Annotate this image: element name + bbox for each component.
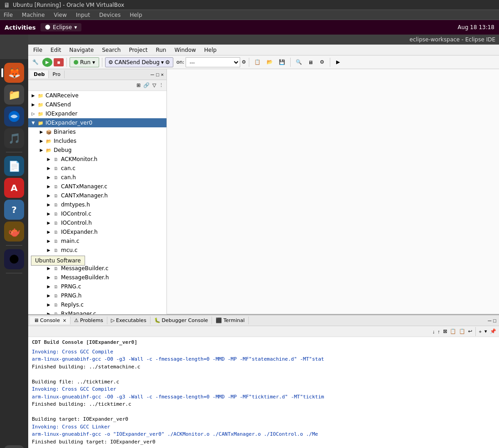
console-maximize-btn[interactable]: □ (492, 317, 497, 324)
toolbar-on-select[interactable]: --- (186, 57, 240, 67)
dock-icon-help[interactable]: ? (4, 200, 24, 220)
tree-item-ioexpander[interactable]: ▷ 📁 IOExpander (28, 109, 166, 118)
debug-config-dropdown[interactable]: ▾ (161, 59, 164, 65)
tree-item-rxmanager-c[interactable]: ▶ 🗎 RxManager.c (28, 309, 166, 314)
console-minimize-btn[interactable]: ─ (487, 317, 493, 324)
dock-icon-apps[interactable]: ⋯ (4, 445, 24, 448)
tree-item-ackmonitor-h[interactable]: ▶ 🗎 ACKMonitor.h (28, 155, 166, 164)
vm-menu-input[interactable]: Input (74, 11, 92, 19)
vm-menu-help[interactable]: Help (128, 11, 144, 19)
tree-item-prng-h[interactable]: ▶ 🗎 PRNG.h (28, 291, 166, 300)
toolbar-misc-btn[interactable]: ⚙ (317, 57, 327, 67)
eclipse-taskbar-btn[interactable]: 🌑 Eclipse ▾ (40, 23, 82, 31)
console-tab-close[interactable]: × (63, 318, 66, 323)
ubuntu-dock: 🦊 📁 🎵 📄 A Ubuntu Software ? 🫖 🌑 ⋯ (0, 59, 28, 448)
run-dropdown[interactable]: ▾ (92, 59, 95, 65)
menu-help[interactable]: Help (202, 46, 219, 54)
tab-project[interactable]: Pro (49, 70, 64, 78)
tree-item-canreceive[interactable]: ▶ 📁 CANReceive (28, 91, 166, 100)
arrow-ackmonitor-h: ▶ (45, 157, 52, 161)
vm-menu-view[interactable]: View (52, 11, 68, 19)
sidebar-maximize-btn[interactable]: □ (155, 71, 160, 78)
tree-item-cantxmanager-c[interactable]: ▶ 🗎 CANTxManager.c (28, 182, 166, 191)
toolbar-run-quick-btn[interactable]: ▶ (42, 58, 52, 67)
menu-run[interactable]: Run (153, 46, 168, 54)
console-clear-btn[interactable]: ⊠ (442, 327, 448, 335)
menu-edit[interactable]: Edit (48, 46, 63, 54)
sidebar-collapse-all-btn[interactable]: ⊞ (136, 81, 141, 89)
tab-console[interactable]: 🖥 Console × (30, 317, 71, 324)
tree-item-messagebuilder-c[interactable]: ▶ 🗎 MessageBuilder.c (28, 264, 166, 273)
tree-item-mcu-c[interactable]: ▶ 🗎 mcu.c (28, 246, 166, 255)
dock-icon-thunderbird[interactable] (4, 106, 24, 126)
vm-menu-machine[interactable]: Machine (20, 11, 46, 19)
menu-file[interactable]: File (31, 46, 45, 54)
menu-project[interactable]: Project (126, 46, 150, 54)
tree-item-prng-c[interactable]: ▶ 🗎 PRNG.c (28, 282, 166, 291)
dock-icon-appstore[interactable]: A (4, 178, 24, 198)
dock-icon-files[interactable]: 📁 (4, 85, 24, 105)
console-scroll-down-btn[interactable]: ↓ (432, 328, 436, 335)
sidebar-more-btn[interactable]: ⋮ (158, 81, 165, 89)
tree-item-debug[interactable]: ▶ 📂 Debug (28, 146, 166, 155)
toolbar-run-btn[interactable]: Run ▾ (70, 57, 99, 67)
console-select-btn[interactable]: ▾ (484, 327, 488, 335)
tree-item-mcu-h[interactable]: ▶ 🗎 mcu.h (28, 255, 166, 264)
menu-navigate[interactable]: Navigate (67, 46, 96, 54)
icon-cantxmanager-c: 🗎 (52, 183, 60, 190)
debug-settings-icon[interactable]: ⚙ (165, 59, 170, 65)
console-scroll-up-btn[interactable]: ↑ (437, 328, 441, 335)
console-pin-btn[interactable]: 📌 (489, 327, 497, 335)
tree-item-cantxmanager-h[interactable]: ▶ 🗎 CANTxManager.h (28, 191, 166, 200)
toolbar-save-btn[interactable]: 💾 (277, 57, 287, 67)
vm-menu-devices[interactable]: Devices (97, 11, 122, 19)
toolbar-forward-btn[interactable]: ▶ (333, 57, 343, 67)
tree-item-dmtypes-h[interactable]: ▶ 🗎 dmtypes.h (28, 200, 166, 209)
console-new-btn[interactable]: + (478, 328, 483, 335)
tab-terminal[interactable]: ⬛ Terminal (212, 317, 249, 324)
toolbar-on-settings[interactable]: ⚙ (242, 59, 246, 65)
tab-debugger-console[interactable]: 🐛 Debugger Console (151, 317, 212, 324)
sidebar-minimize-btn[interactable]: ─ (150, 71, 155, 78)
tree-item-messagebuilder-h[interactable]: ▶ 🗎 MessageBuilder.h (28, 273, 166, 282)
toolbar-stop-btn[interactable]: ■ (54, 58, 64, 66)
tree-item-replys-c[interactable]: ▶ 🗎 Replys.c (28, 300, 166, 309)
dock-icon-teapot[interactable]: 🫖 (4, 221, 24, 242)
tab-problems[interactable]: ⚠ Problems (71, 317, 107, 324)
vm-menu-file[interactable]: File (2, 11, 15, 19)
console-line-9: arm-linux-gnueabihf-gcc -o "IOExpander_v… (32, 431, 495, 438)
tree-item-binaries[interactable]: ▶ 📦 Binaries (28, 127, 166, 136)
toolbar-new-btn[interactable]: 📋 (252, 57, 263, 67)
menu-window[interactable]: Window (172, 46, 198, 54)
sidebar-filter-btn[interactable]: ▽ (151, 81, 157, 89)
toolbar-console-btn[interactable]: 🖥 (306, 57, 316, 67)
dock-icon-firefox[interactable]: 🦊 (4, 63, 24, 83)
tab-debug[interactable]: Deb (30, 70, 49, 78)
sidebar-close-btn[interactable]: × (160, 71, 165, 78)
tree-item-iocontrol-h[interactable]: ▶ 🗎 IOControl.h (28, 218, 166, 227)
toolbar-search-btn[interactable]: 🔍 (293, 57, 304, 67)
console-copy-btn[interactable]: 📋 (449, 327, 457, 335)
console-line-2: Finished building: ../statemachine.c (32, 363, 495, 371)
tree-item-ioexpander-h[interactable]: ▶ 🗎 IOExpander.h (28, 227, 166, 237)
tree-item-iocontrol-c[interactable]: ▶ 🗎 IOControl.c (28, 209, 166, 218)
toolbar-debug-btn[interactable]: ⚙ CANSend Debug ▾ ⚙ (105, 57, 173, 67)
tree-item-can-h[interactable]: ▶ 🗎 can.h (28, 173, 166, 182)
toolbar-arrow-btn[interactable]: 🔧 (30, 57, 41, 67)
dock-icon-rhythmbox[interactable]: 🎵 (4, 128, 24, 148)
console-paste-btn[interactable]: 📋 (458, 327, 466, 335)
tab-executables[interactable]: ▷ Executables (107, 317, 151, 324)
tree-item-can-c[interactable]: ▶ 🗎 can.c (28, 164, 166, 173)
tree-item-main-c[interactable]: ▶ 🗎 main.c (28, 237, 166, 246)
tree-item-cansend[interactable]: ▶ 📁 CANSend (28, 100, 166, 109)
tree-item-ioexpander-ver0[interactable]: ▼ 📁 IOExpander_ver0 (28, 118, 166, 127)
dock-icon-eclipse[interactable]: 🌑 (4, 249, 24, 269)
toolbar-open-btn[interactable]: 📂 (264, 57, 275, 67)
activities-button[interactable]: Activities (5, 24, 36, 31)
tree-item-includes[interactable]: ▶ 📂 Includes (28, 136, 166, 146)
sidebar-link-btn[interactable]: 🔗 (142, 81, 151, 89)
menu-search[interactable]: Search (100, 46, 123, 54)
dock-icon-libreoffice[interactable]: 📄 (4, 156, 24, 176)
console-wrap-btn[interactable]: ↩ (467, 327, 473, 335)
icon-debug: 📂 (45, 146, 53, 154)
